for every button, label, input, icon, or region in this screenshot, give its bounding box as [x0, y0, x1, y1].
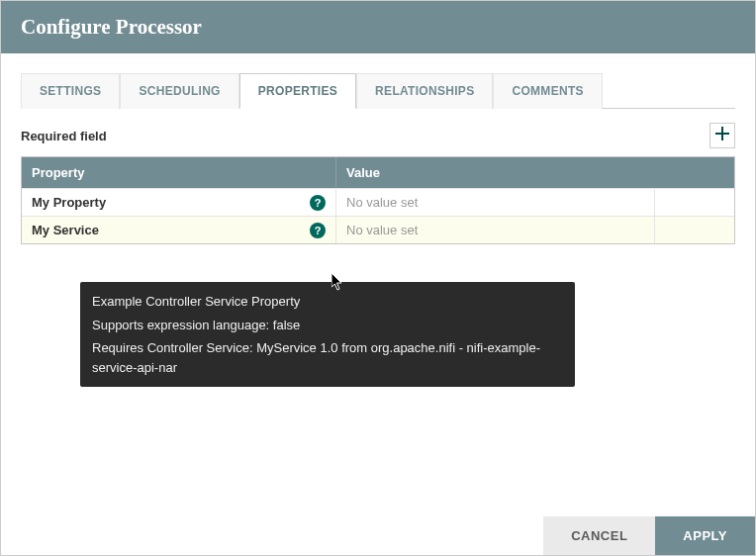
required-row: Required field — [21, 123, 735, 148]
help-icon[interactable]: ? — [310, 223, 326, 238]
column-header-property: Property — [22, 157, 336, 188]
tab-settings[interactable]: SETTINGS — [21, 73, 120, 109]
column-header-value: Value — [336, 157, 734, 188]
required-field-label: Required field — [21, 129, 107, 143]
cancel-button[interactable]: CANCEL — [543, 516, 655, 555]
property-name-cell: My Service ? — [22, 217, 336, 243]
table-row[interactable]: My Service ? No value set — [22, 216, 734, 243]
tab-properties[interactable]: PROPERTIES — [239, 73, 356, 109]
dialog-body: SETTINGS SCHEDULING PROPERTIES RELATIONS… — [1, 53, 755, 516]
property-tooltip: Example Controller Service Property Supp… — [80, 282, 575, 387]
property-value-cell[interactable]: No value set — [336, 189, 655, 216]
tab-bar: SETTINGS SCHEDULING PROPERTIES RELATIONS… — [21, 73, 735, 109]
property-name-cell: My Property ? — [22, 189, 336, 216]
dialog-header: Configure Processor — [1, 1, 755, 53]
add-property-button[interactable] — [709, 123, 735, 148]
property-name: My Property — [32, 195, 106, 210]
property-actions-cell — [655, 217, 734, 243]
plus-icon — [715, 127, 729, 144]
table-header: Property Value — [22, 157, 734, 188]
property-actions-cell — [655, 189, 734, 216]
property-value-cell[interactable]: No value set — [336, 217, 655, 243]
table-row[interactable]: My Property ? No value set — [22, 188, 734, 216]
help-icon[interactable]: ? — [310, 195, 326, 211]
properties-table: Property Value My Property ? No value se… — [21, 156, 735, 244]
dialog-footer: CANCEL APPLY — [1, 516, 755, 555]
dialog-title: Configure Processor — [21, 15, 735, 40]
tooltip-expression-language: Supports expression language: false — [92, 316, 563, 335]
tab-scheduling[interactable]: SCHEDULING — [120, 73, 238, 109]
apply-button[interactable]: APPLY — [655, 516, 755, 555]
tooltip-description: Example Controller Service Property — [92, 292, 563, 312]
tab-comments[interactable]: COMMENTS — [493, 73, 602, 109]
configure-processor-dialog: Configure Processor SETTINGS SCHEDULING … — [0, 0, 756, 556]
tooltip-requires-service: Requires Controller Service: MyService 1… — [92, 338, 563, 377]
tab-relationships[interactable]: RELATIONSHIPS — [356, 73, 493, 109]
property-name: My Service — [32, 223, 99, 237]
